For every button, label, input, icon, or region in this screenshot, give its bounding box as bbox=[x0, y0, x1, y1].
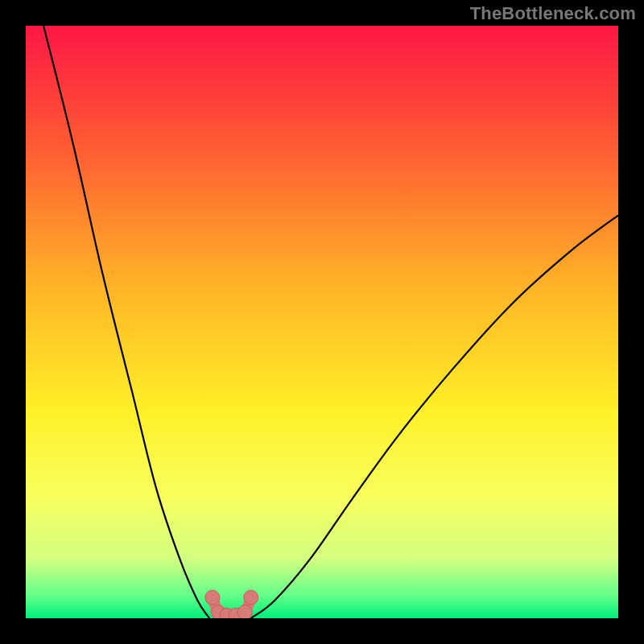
chart-svg bbox=[26, 26, 618, 618]
watermark-text: TheBottleneck.com bbox=[470, 3, 636, 24]
valley-marker bbox=[244, 590, 258, 605]
chart-canvas bbox=[26, 26, 618, 618]
outer-frame: TheBottleneck.com bbox=[0, 0, 644, 644]
valley-marker bbox=[205, 590, 220, 605]
valley-marker bbox=[237, 605, 252, 618]
